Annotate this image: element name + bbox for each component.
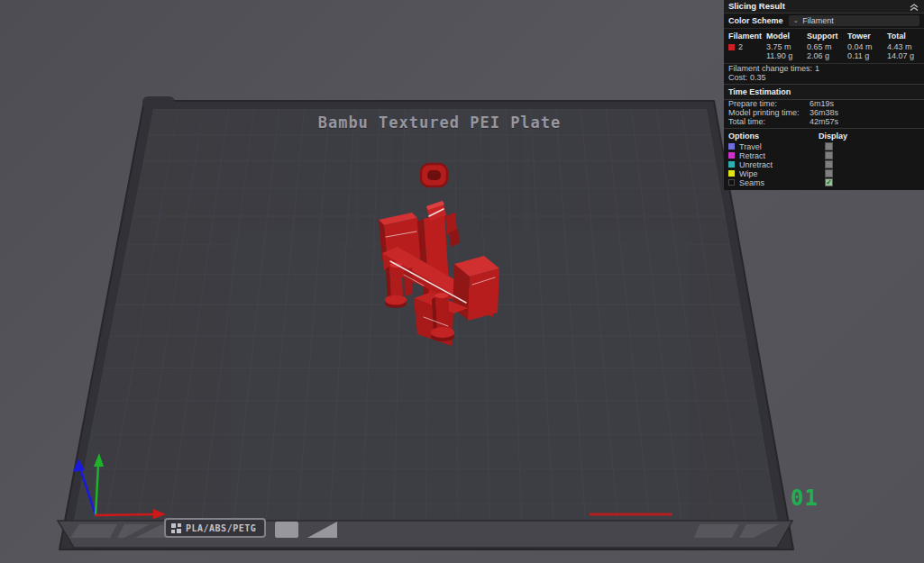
option-label: Wipe — [739, 169, 758, 178]
time-estimation-rows: Prepare time:6m19sModel printing time:36… — [724, 100, 924, 127]
options-header-row: Options Display — [724, 128, 924, 142]
filament-value-cell: 4.43 m14.07 g — [887, 41, 924, 61]
time-estimation-header: Time Estimation — [724, 84, 924, 99]
time-label: Prepare time: — [728, 99, 810, 108]
options-rows: TravelRetractUnretractWipeSeams✓ — [724, 142, 924, 187]
travel-display-checkbox[interactable] — [825, 142, 833, 150]
filament-table: FilamentModelSupportTowerTotal 23.75 m11… — [724, 29, 924, 64]
seams-color-swatch — [728, 179, 735, 186]
option-row-seams: Seams✓ — [724, 178, 924, 187]
option-label: Seams — [739, 178, 764, 187]
option-row-wipe: Wipe — [724, 169, 924, 178]
wipe-color-swatch — [728, 170, 735, 177]
plate-mark-square — [275, 522, 298, 538]
collapse-panel-icon[interactable] — [909, 3, 919, 11]
plate-material-text: PLA/ABS/PETG — [186, 523, 256, 533]
wipe-display-checkbox[interactable] — [825, 169, 833, 177]
model-ring-part[interactable] — [421, 164, 447, 186]
color-scheme-dropdown[interactable]: ⌄ Filament — [789, 15, 919, 26]
options-title: Options — [728, 132, 759, 141]
unretract-color-swatch — [728, 161, 735, 168]
unretract-display-checkbox[interactable] — [825, 160, 833, 168]
time-row: Model printing time:36m38s — [724, 109, 924, 118]
option-row-retract: Retract — [724, 151, 924, 160]
color-scheme-label: Color Scheme — [728, 16, 783, 25]
filament-change-label: Filament change times: — [728, 64, 812, 73]
seams-display-checkbox[interactable]: ✓ — [825, 178, 833, 186]
time-label: Total time: — [728, 117, 810, 126]
filament-cell: 2 — [728, 41, 766, 61]
filament-value-cell: 0.04 m0.11 g — [847, 41, 887, 61]
color-scheme-row: Color Scheme ⌄ Filament — [724, 14, 924, 29]
filament-table-header: Total — [887, 30, 924, 41]
filament-value-cell: 0.65 m2.06 g — [807, 41, 847, 61]
filament-table-header: Tower — [847, 30, 887, 41]
time-row: Prepare time:6m19s — [724, 100, 924, 109]
color-scheme-value: Filament — [802, 16, 834, 25]
retract-color-swatch — [728, 152, 735, 159]
slicing-result-panel: Slicing Result Color Scheme ⌄ Filament F… — [724, 0, 924, 190]
filament-table-header: Filament — [728, 30, 766, 41]
cost-value: 0.35 — [750, 73, 766, 82]
panel-header: Slicing Result — [724, 0, 924, 14]
option-label: Unretract — [739, 160, 773, 169]
qr-icon — [171, 523, 181, 533]
filament-color-swatch — [728, 44, 735, 50]
time-label: Model printing time: — [728, 108, 810, 117]
retract-display-checkbox[interactable] — [825, 151, 833, 159]
travel-color-swatch — [728, 143, 735, 150]
plate-number-badge[interactable]: 01 — [791, 486, 819, 511]
filament-value-cell: 3.75 m11.90 g — [766, 41, 807, 61]
time-value: 36m38s — [810, 108, 838, 117]
option-row-travel: Travel — [724, 142, 924, 151]
chevron-down-icon: ⌄ — [793, 17, 800, 24]
plate-title-label: Bambu Textured PEI Plate — [306, 114, 572, 132]
option-label: Travel — [739, 142, 762, 151]
panel-title-text: Slicing Result — [728, 2, 785, 12]
display-title: Display — [819, 132, 847, 141]
option-row-unretract: Unretract — [724, 160, 924, 169]
cost-row: Cost: 0.35 — [724, 73, 924, 82]
filament-change-value: 1 — [815, 64, 819, 73]
cost-label: Cost: — [728, 73, 747, 82]
filament-table-header: Model — [766, 30, 807, 41]
plate-material-tag: PLA/ABS/PETG — [164, 518, 266, 538]
axis-x-arrow — [96, 514, 153, 515]
option-label: Retract — [739, 151, 765, 160]
time-value: 6m19s — [810, 99, 834, 108]
plate-corner-tab — [142, 96, 175, 109]
filament-table-header: Support — [807, 30, 847, 41]
time-value: 42m57s — [810, 117, 838, 126]
time-row: Total time:42m57s — [724, 118, 924, 127]
filament-change-times: Filament change times: 1 — [724, 64, 924, 73]
